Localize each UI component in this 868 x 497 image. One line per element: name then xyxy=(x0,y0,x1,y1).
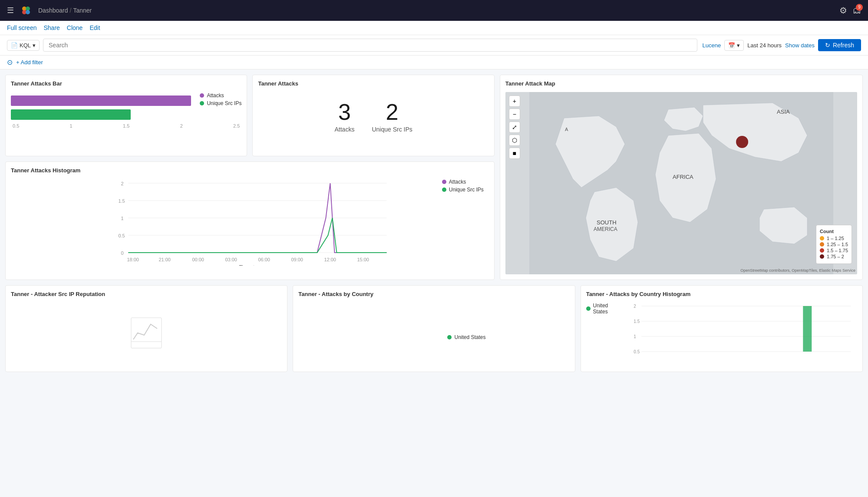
attacks-bar-legend: Attacks Unique Src IPs xyxy=(200,92,241,106)
search-type-button[interactable]: 📄 KQL ▾ xyxy=(7,40,40,51)
map-crop-button[interactable]: ⤢ xyxy=(509,122,520,133)
filter-bar: ⊙ + Add filter xyxy=(0,56,868,69)
bottom-row: Tanner - Attacker Src IP Reputation Tann… xyxy=(5,285,863,372)
search-input[interactable] xyxy=(43,39,697,52)
svg-text:12:00: 12:00 xyxy=(324,257,336,262)
clone-link[interactable]: Clone xyxy=(67,24,83,31)
show-dates-button[interactable]: Show dates xyxy=(785,42,815,49)
country-us-label: United States xyxy=(593,303,624,315)
country-us-dot xyxy=(586,306,591,311)
svg-text:1: 1 xyxy=(634,334,637,339)
us-legend-label: United States xyxy=(454,334,485,340)
histogram-unique-label: Unique Src IPs xyxy=(449,187,484,193)
donut-area: United States xyxy=(298,303,569,372)
svg-rect-24 xyxy=(131,318,162,348)
svg-text:2: 2 xyxy=(121,181,123,186)
edit-link[interactable]: Edit xyxy=(89,24,100,31)
svg-text:18:00: 18:00 xyxy=(127,257,139,262)
svg-text:0.5: 0.5 xyxy=(634,349,640,354)
legend-attacks: Attacks xyxy=(200,92,241,99)
app-logo xyxy=(19,3,33,17)
svg-text:03:00: 03:00 xyxy=(225,257,237,262)
notification-badge-count: 9 xyxy=(856,4,863,11)
lucene-button[interactable]: Lucene xyxy=(703,42,721,49)
search-type-label: KQL xyxy=(20,42,31,49)
unique-bar xyxy=(11,109,131,120)
map-shape-button[interactable]: ⬡ xyxy=(509,135,520,146)
map-legend-title: Count xyxy=(820,229,848,234)
attack-dot-asia xyxy=(736,136,748,148)
x-axis-labels: 0.5 1 1.5 2 2.5 xyxy=(11,123,241,128)
map-legend: Count 1 – 1.25 1.25 – 1.5 1.5 – 1.75 1.7… xyxy=(816,225,852,264)
stats-area: 3 Attacks 2 Unique Src IPs xyxy=(258,92,488,142)
dashboard-grid: Tanner Attacks Bar Attacks Unique Src IP… xyxy=(0,69,868,377)
share-link[interactable]: Share xyxy=(43,24,59,31)
chevron-down-icon: ▾ xyxy=(737,42,740,49)
search-bar: 📄 KQL ▾ Lucene 📅 ▾ Last 24 hours Show da… xyxy=(0,35,868,56)
histogram-attacks-dot xyxy=(442,180,446,184)
calendar-icon: 📅 xyxy=(728,42,735,49)
x-label-1: 1 xyxy=(70,123,73,128)
north-america-partial: A xyxy=(565,127,568,132)
attacker-reputation-title: Tanner - Attacker Src IP Reputation xyxy=(11,291,282,297)
country-histogram-svg: 2 1.5 1 0.5 xyxy=(627,303,857,363)
legend-range-2: 1.25 – 1.5 xyxy=(827,242,848,247)
map-attribution: OpenStreetMap contributors, OpenMapTiles… xyxy=(740,268,855,273)
breadcrumb-child: Tanner xyxy=(73,7,92,14)
legend-range-3: 1.5 – 1.75 xyxy=(827,248,848,253)
country-us-legend: United States xyxy=(586,303,624,315)
attacks-stats-panel: Tanner Attacks 3 Attacks 2 Unique Src IP… xyxy=(252,75,494,156)
legend-dot-3 xyxy=(820,248,824,253)
legend-unique: Unique Src IPs xyxy=(200,100,241,106)
country-bar xyxy=(803,306,812,352)
svg-point-3 xyxy=(26,10,30,14)
refresh-button[interactable]: ↻ Refresh xyxy=(818,39,861,51)
attacks-stats-title: Tanner Attacks xyxy=(258,80,488,87)
svg-text:1.5: 1.5 xyxy=(634,319,640,324)
svg-text:1: 1 xyxy=(121,216,123,221)
attacks-legend-label: Attacks xyxy=(207,92,224,99)
legend-row-1: 1 – 1.25 xyxy=(820,236,848,241)
breadcrumb-parent[interactable]: Dashboard xyxy=(38,7,68,14)
top-navigation: ☰ Dashboard / Tanner ⚙ 🗂 9 xyxy=(0,0,868,21)
map-zoom-in-button[interactable]: + xyxy=(509,95,520,107)
legend-dot-1 xyxy=(820,236,824,240)
svg-text:0.5: 0.5 xyxy=(118,233,125,238)
legend-row-2: 1.25 – 1.5 xyxy=(820,242,848,247)
unique-legend-dot xyxy=(200,101,204,105)
histogram-unique-dot xyxy=(442,188,446,192)
notifications-icon[interactable]: 🗂 9 xyxy=(852,6,861,16)
attacks-histogram-title: Tanner Attacks Histogram xyxy=(11,167,489,174)
legend-dot-2 xyxy=(820,242,824,247)
unique-label: Unique Src IPs xyxy=(372,126,412,133)
legend-row-3: 1.5 – 1.75 xyxy=(820,248,848,253)
nav-right-actions: ⚙ 🗂 9 xyxy=(839,5,861,16)
svg-text:1.5: 1.5 xyxy=(118,198,125,204)
map-zoom-out-button[interactable]: − xyxy=(509,109,520,120)
filter-icon[interactable]: ⊙ xyxy=(7,58,13,66)
time-picker-button[interactable]: 📅 ▾ xyxy=(724,40,744,51)
attacks-by-country-title: Tanner - Attacks by Country xyxy=(298,291,569,297)
svg-text:0: 0 xyxy=(121,250,123,256)
legend-range-1: 1 – 1.25 xyxy=(827,236,844,241)
add-filter-button[interactable]: + Add filter xyxy=(16,59,43,66)
chevron-down-icon: ▾ xyxy=(33,42,36,49)
histogram-area: Attacks Unique Src IPs 2 1.5 1 0.5 0 xyxy=(11,179,489,266)
breadcrumb: Dashboard / Tanner xyxy=(38,7,92,14)
histogram-legend: Attacks Unique Src IPs xyxy=(442,179,484,193)
settings-icon[interactable]: ⚙ xyxy=(839,5,847,16)
legend-row-4: 1.75 – 2 xyxy=(820,254,848,259)
x-label-2: 1.5 xyxy=(123,123,129,128)
attack-map-panel: Tanner Attack Map + − ⤢ ⬡ ■ xyxy=(500,75,863,280)
unique-bar-row xyxy=(11,109,241,120)
fullscreen-link[interactable]: Full screen xyxy=(7,24,36,31)
search-type-icon: 📄 xyxy=(11,42,18,49)
country-histogram-inner: United States 2 1.5 1 0.5 xyxy=(586,303,857,363)
svg-text:06:00: 06:00 xyxy=(258,257,270,262)
unique-stat: 2 Unique Src IPs xyxy=(372,101,412,133)
unique-legend-label: Unique Src IPs xyxy=(207,100,241,106)
map-container: + − ⤢ ⬡ ■ xyxy=(505,92,857,274)
map-svg: ASIA AFRICA SOUTH AMERICA A xyxy=(505,92,857,274)
map-square-button[interactable]: ■ xyxy=(509,148,520,159)
hamburger-menu-icon[interactable]: ☰ xyxy=(7,6,14,15)
